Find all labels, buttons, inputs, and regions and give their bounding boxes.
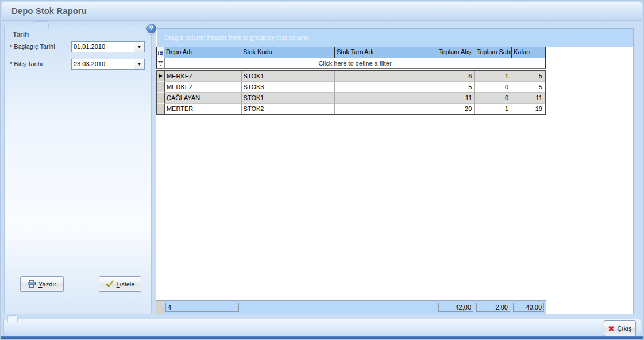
cell-stok-tam-adi[interactable]: [335, 93, 437, 104]
cell-kalan[interactable]: 5: [511, 71, 545, 82]
grid-summary-footer: 4 42,00 2,00 40,00: [156, 300, 546, 314]
cell-kalan[interactable]: 11: [511, 93, 545, 104]
row-indicator-cell: [157, 82, 165, 93]
row-indicator-cell: [157, 104, 165, 114]
cell-toplam-satis[interactable]: 1: [475, 104, 511, 114]
start-date-value: 01.01.2010: [74, 42, 105, 52]
end-date-input[interactable]: 23.03.2010 ▼: [71, 59, 145, 70]
exit-button[interactable]: ✖ Çıkış: [604, 320, 636, 337]
column-header-toplam-alis[interactable]: Toplam Alış: [437, 47, 475, 58]
cell-stok-kodu[interactable]: STOK3: [242, 82, 336, 93]
start-date-input[interactable]: 01.01.2010 ▼: [71, 41, 145, 52]
bottom-bar-tab-notch: [7, 315, 18, 322]
end-date-value: 23.03.2010: [74, 59, 105, 69]
group-by-drop-area[interactable]: Drag a column header here to group by th…: [157, 29, 633, 47]
cell-stok-kodu[interactable]: STOK2: [242, 104, 336, 114]
cell-stok-tam-adi[interactable]: [335, 71, 437, 82]
footer-row-count: 4: [165, 303, 239, 312]
cell-toplam-alis[interactable]: 6: [437, 71, 475, 82]
group-by-hint: Drag a column header here to group by th…: [164, 34, 309, 41]
column-header-depo-adi[interactable]: Depo Adı: [164, 47, 241, 58]
print-button-label: Yazdır: [38, 281, 56, 288]
stock-grid: Drag a column header here to group by th…: [156, 28, 634, 314]
list-button-label: Listele: [117, 281, 135, 288]
list-button[interactable]: Listele: [99, 276, 141, 292]
row-indicator-cell: ▶: [157, 71, 165, 82]
close-x-icon: ✖: [608, 325, 615, 333]
cell-toplam-alis[interactable]: 11: [437, 93, 475, 104]
footer-indicator-stub: [156, 301, 164, 314]
funnel-icon: [158, 61, 163, 66]
grid-corner-button[interactable]: [156, 47, 164, 58]
column-header-stok-kodu[interactable]: Stok Kodu: [241, 47, 335, 58]
date-filter-panel: Tarih ? * Başlagıç Tarihi 01.01.2010 ▼ *…: [4, 25, 152, 314]
cell-kalan[interactable]: 5: [511, 82, 545, 93]
cell-stok-tam-adi[interactable]: [335, 82, 437, 93]
cell-toplam-alis[interactable]: 20: [437, 104, 475, 114]
row-indicator-cell: [157, 93, 165, 104]
footer-toplam-alis-sum: 42,00: [438, 303, 473, 312]
column-header-toplam-satis[interactable]: Toplam Satış: [475, 47, 512, 58]
footer-kalan-sum: 40,00: [513, 303, 544, 312]
printer-icon: [28, 280, 36, 288]
app-window: Depo Stok Raporu Tarih ? * Başlagıç Tari…: [0, 0, 644, 340]
table-row[interactable]: ÇAĞLAYAN STOK1 11 0 11: [157, 93, 545, 104]
end-date-dropdown-button[interactable]: ▼: [134, 59, 144, 69]
table-row[interactable]: MERTER STOK2 20 1 19: [157, 104, 545, 114]
bottom-bar: ✖ Çıkış: [3, 319, 641, 337]
cell-toplam-satis[interactable]: 0: [475, 82, 511, 93]
start-date-label: * Başlagıç Tarihi: [10, 43, 55, 50]
start-date-dropdown-button[interactable]: ▼: [134, 42, 144, 52]
cell-toplam-satis[interactable]: 0: [475, 93, 511, 104]
cell-depo-adi[interactable]: MERKEZ: [165, 82, 242, 93]
cell-toplam-alis[interactable]: 5: [437, 82, 475, 93]
cell-depo-adi[interactable]: ÇAĞLAYAN: [165, 93, 242, 104]
filter-funnel-cell[interactable]: [157, 58, 165, 68]
title-bar: Depo Stok Raporu: [2, 2, 642, 21]
table-row[interactable]: ▶ MERKEZ STOK1 6 1 5: [157, 71, 545, 82]
group-title-tarih: Tarih: [13, 30, 29, 39]
cell-kalan[interactable]: 19: [511, 104, 545, 114]
cell-stok-kodu[interactable]: STOK1: [242, 93, 336, 104]
grid-header-row: Depo Adı Stok Kodu Stok Tam Adı Toplam A…: [156, 47, 546, 58]
list-menu-icon: [158, 50, 163, 55]
end-date-label: * Bitiş Tarihi: [10, 60, 43, 67]
chevron-down-icon: ▼: [137, 45, 141, 49]
column-header-stok-tam-adi[interactable]: Stok Tam Adı: [335, 47, 437, 58]
filter-hint[interactable]: Click here to define a filter: [165, 58, 545, 68]
exit-button-label: Çıkış: [617, 325, 631, 332]
cell-stok-tam-adi[interactable]: [335, 104, 437, 114]
checkmark-icon: [106, 280, 114, 288]
filter-row[interactable]: Click here to define a filter: [156, 58, 546, 69]
cell-depo-adi[interactable]: MERTER: [165, 104, 242, 114]
panel-tab-notch: [33, 21, 49, 28]
table-row[interactable]: MERKEZ STOK3 5 0 5: [157, 82, 545, 93]
window-title: Depo Stok Raporu: [11, 2, 87, 20]
cell-toplam-satis[interactable]: 1: [475, 71, 511, 82]
grid-table: Depo Adı Stok Kodu Stok Tam Adı Toplam A…: [156, 47, 546, 115]
cell-stok-kodu[interactable]: STOK1: [242, 71, 336, 82]
footer-toplam-satis-sum: 2,00: [476, 303, 510, 312]
cell-depo-adi[interactable]: MERKEZ: [165, 71, 242, 82]
chevron-down-icon: ▼: [137, 62, 141, 66]
window-bottom-edge: [1, 336, 643, 339]
column-header-kalan[interactable]: Kalan: [512, 47, 546, 58]
grid-rows: ▶ MERKEZ STOK1 6 1 5 MERKEZ STOK3 5 0 5: [156, 70, 546, 115]
current-row-arrow-icon: ▶: [159, 74, 162, 78]
print-button[interactable]: Yazdır: [20, 276, 64, 292]
